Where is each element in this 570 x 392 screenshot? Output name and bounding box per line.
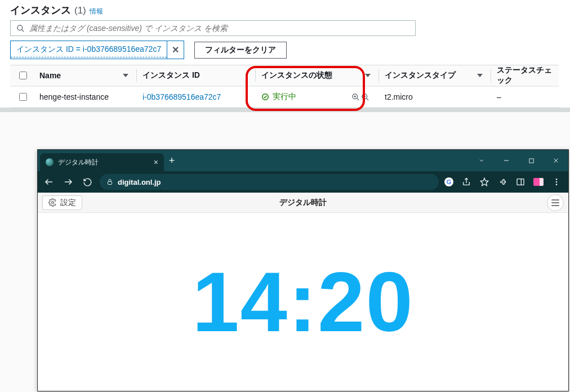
- col-header-state[interactable]: インスタンスの状態: [261, 70, 378, 81]
- row-checkbox[interactable]: [19, 93, 27, 101]
- url-text: digital.onl.jp: [118, 178, 161, 186]
- panel-title: インスタンス: [10, 3, 71, 17]
- zoom-in-icon[interactable]: [351, 93, 360, 101]
- tab-favicon-icon: [46, 158, 54, 166]
- bookmark-star-icon[interactable]: [479, 177, 489, 187]
- nav-back-button[interactable]: [42, 175, 56, 189]
- window-maximize-button[interactable]: [519, 150, 544, 171]
- cell-state-label: 実行中: [273, 92, 296, 102]
- table-row[interactable]: henge-test-instance i-0b376689516ea72c7 …: [10, 86, 559, 108]
- table-header-row: Name インスタンス ID インスタンスの状態 インスタンスタイプ ステータス…: [10, 65, 559, 86]
- settings-label: 設定: [60, 198, 76, 208]
- hamburger-line-icon: [551, 199, 559, 201]
- browser-window: デジタル時計 × +: [37, 149, 569, 391]
- svg-point-21: [556, 179, 558, 180]
- profile-badge-icon[interactable]: [533, 177, 544, 187]
- browser-tab[interactable]: デジタル時計 ×: [40, 153, 164, 171]
- select-all-checkbox[interactable]: [19, 72, 27, 79]
- url-input[interactable]: digital.onl.jp: [100, 174, 439, 190]
- col-header-type-label: インスタンスタイプ: [385, 70, 456, 81]
- window-minimize-button[interactable]: [494, 150, 519, 171]
- tab-close-button[interactable]: ×: [154, 158, 158, 167]
- nav-forward-button[interactable]: [61, 175, 75, 189]
- col-header-status-check[interactable]: ステータスチェック: [497, 65, 559, 86]
- svg-marker-18: [480, 178, 488, 185]
- share-icon[interactable]: [461, 177, 471, 187]
- search-box[interactable]: [10, 20, 416, 36]
- search-input[interactable]: [29, 24, 409, 33]
- browser-menu-button[interactable]: [551, 177, 562, 187]
- window-close-button[interactable]: [544, 150, 568, 171]
- google-search-icon[interactable]: G: [444, 177, 453, 186]
- cell-type: t2.micro: [385, 92, 491, 101]
- browser-titlebar: デジタル時計 × +: [38, 150, 568, 171]
- page-toolbar: 設定 デジタル時計: [38, 193, 568, 213]
- clock-area: 14:20: [38, 213, 568, 391]
- side-panel-icon[interactable]: [515, 177, 526, 187]
- page-title: デジタル時計: [279, 198, 327, 208]
- running-status-icon: [261, 93, 269, 101]
- svg-line-4: [357, 98, 359, 100]
- search-icon: [16, 24, 25, 33]
- panel-divider: [0, 108, 570, 112]
- page-menu-button[interactable]: [547, 194, 564, 211]
- panel-count: (1): [74, 5, 86, 16]
- sort-caret-icon: [477, 74, 483, 77]
- window-dropdown-button[interactable]: [469, 150, 494, 171]
- svg-point-22: [556, 181, 558, 183]
- svg-rect-19: [517, 179, 524, 185]
- filter-row: インスタンス ID = i-0b376689516ea72c7 ✕ フィルターを…: [10, 41, 560, 59]
- instances-table: Name インスタンス ID インスタンスの状態 インスタンスタイプ ステータス…: [10, 65, 559, 108]
- svg-point-23: [556, 184, 558, 185]
- svg-rect-16: [108, 182, 112, 185]
- nav-reload-button[interactable]: [81, 175, 94, 189]
- col-header-type[interactable]: インスタンスタイプ: [385, 70, 491, 81]
- col-header-status-check-label: ステータスチェック: [497, 65, 559, 86]
- svg-point-24: [52, 202, 54, 204]
- col-header-name-label: Name: [39, 71, 61, 80]
- browser-address-bar: digital.onl.jp G: [38, 171, 568, 193]
- clock-time: 14:20: [192, 253, 414, 351]
- col-header-instance-id-label: インスタンス ID: [142, 70, 200, 81]
- extensions-puzzle-icon[interactable]: [497, 177, 507, 187]
- svg-line-1: [22, 29, 24, 31]
- window-controls: [469, 150, 568, 171]
- tab-title: デジタル時計: [58, 158, 99, 167]
- col-header-state-label: インスタンスの状態: [261, 70, 332, 81]
- cell-status-check: –: [497, 92, 559, 101]
- cell-instance-id-link[interactable]: i-0b376689516ea72c7: [142, 92, 255, 101]
- col-header-instance-id[interactable]: インスタンス ID: [142, 70, 255, 81]
- sort-caret-icon: [365, 74, 371, 77]
- filter-chip-label: インスタンス ID = i-0b376689516ea72c7: [11, 42, 167, 57]
- address-bar-actions: G: [444, 177, 564, 187]
- filter-chip-remove[interactable]: ✕: [167, 41, 184, 59]
- settings-button[interactable]: 設定: [42, 195, 82, 210]
- cell-name: henge-test-instance: [36, 92, 136, 101]
- cell-state: 実行中: [261, 92, 296, 102]
- hamburger-line-icon: [551, 205, 559, 206]
- new-tab-button[interactable]: +: [164, 155, 180, 167]
- filter-chip: インスタンス ID = i-0b376689516ea72c7 ✕: [10, 41, 184, 59]
- info-link[interactable]: 情報: [90, 7, 103, 16]
- hamburger-line-icon: [551, 202, 559, 203]
- sort-caret-icon: [123, 74, 128, 77]
- gear-icon: [48, 198, 57, 207]
- clear-filters-button[interactable]: フィルターをクリア: [194, 42, 287, 59]
- zoom-out-icon[interactable]: [361, 93, 369, 101]
- svg-rect-11: [529, 158, 533, 162]
- svg-line-8: [366, 98, 368, 100]
- panel-title-row: インスタンス (1) 情報: [10, 3, 560, 17]
- ec2-instances-panel: インスタンス (1) 情報 インスタンス ID = i-0b376689516e…: [0, 0, 570, 108]
- lock-icon: [106, 179, 113, 185]
- svg-point-0: [17, 25, 23, 30]
- col-header-name[interactable]: Name: [36, 71, 136, 80]
